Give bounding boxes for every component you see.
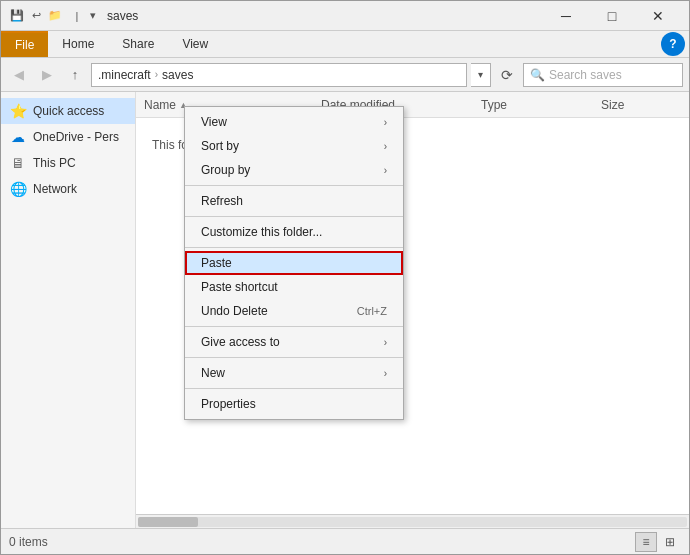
quick-access-toolbar-undo[interactable]: ↩ <box>28 8 44 24</box>
view-list-button[interactable]: ≡ <box>635 532 657 552</box>
menu-item-customize[interactable]: Customize this folder... <box>185 220 403 244</box>
title-bar-separator: | <box>69 8 85 24</box>
context-menu: View › Sort by › Group by › Refresh <box>184 106 404 420</box>
help-button[interactable]: ? <box>661 32 685 56</box>
arrow-icon-group: › <box>384 165 387 176</box>
tab-home[interactable]: Home <box>48 31 108 57</box>
menu-item-refresh[interactable]: Refresh <box>185 189 403 213</box>
network-icon: 🌐 <box>9 180 27 198</box>
view-detail-button[interactable]: ⊞ <box>659 532 681 552</box>
back-button[interactable]: ◀ <box>7 63 31 87</box>
menu-item-paste[interactable]: Paste <box>185 251 403 275</box>
sidebar: ⭐ Quick access ☁ OneDrive - Pers 🖥 This … <box>1 92 136 528</box>
address-dropdown[interactable]: ▾ <box>471 63 491 87</box>
address-bar: ◀ ▶ ↑ .minecraft › saves ▾ ⟳ 🔍 Search sa… <box>1 58 689 92</box>
maximize-button[interactable]: □ <box>589 1 635 31</box>
tab-view[interactable]: View <box>168 31 222 57</box>
path-chevron: › <box>155 69 158 80</box>
sidebar-label-this-pc: This PC <box>33 156 76 170</box>
file-explorer-window: 💾 ↩ 📁 | ▾ saves ─ □ ✕ File Home Share Vi… <box>0 0 690 555</box>
status-bar: 0 items ≡ ⊞ <box>1 528 689 554</box>
menu-item-undo-delete[interactable]: Undo Delete Ctrl+Z <box>185 299 403 323</box>
search-placeholder: Search saves <box>549 68 622 82</box>
title-bar: 💾 ↩ 📁 | ▾ saves ─ □ ✕ <box>1 1 689 31</box>
main-area: ⭐ Quick access ☁ OneDrive - Pers 🖥 This … <box>1 92 689 528</box>
menu-item-properties[interactable]: Properties <box>185 392 403 416</box>
pc-icon: 🖥 <box>9 154 27 172</box>
menu-item-paste-shortcut[interactable]: Paste shortcut <box>185 275 403 299</box>
quick-access-toolbar-save[interactable]: 💾 <box>9 8 25 24</box>
search-box[interactable]: 🔍 Search saves <box>523 63 683 87</box>
arrow-icon-view: › <box>384 117 387 128</box>
tab-file[interactable]: File <box>1 31 48 57</box>
context-menu-overlay[interactable]: View › Sort by › Group by › Refresh <box>136 92 689 528</box>
minimize-button[interactable]: ─ <box>543 1 589 31</box>
path-part-saves: saves <box>162 68 193 82</box>
up-button[interactable]: ↑ <box>63 63 87 87</box>
arrow-icon-access: › <box>384 337 387 348</box>
menu-item-view[interactable]: View › <box>185 110 403 134</box>
search-icon: 🔍 <box>530 68 545 82</box>
arrow-icon-sort: › <box>384 141 387 152</box>
address-path[interactable]: .minecraft › saves <box>91 63 467 87</box>
sidebar-label-quick-access: Quick access <box>33 104 104 118</box>
quick-access-dropdown[interactable]: ▾ <box>85 8 101 24</box>
sidebar-item-this-pc[interactable]: 🖥 This PC <box>1 150 135 176</box>
status-item-count: 0 items <box>9 535 627 549</box>
menu-item-new[interactable]: New › <box>185 361 403 385</box>
separator-3 <box>185 247 403 248</box>
close-button[interactable]: ✕ <box>635 1 681 31</box>
tab-share[interactable]: Share <box>108 31 168 57</box>
separator-6 <box>185 388 403 389</box>
menu-item-group-by[interactable]: Group by › <box>185 158 403 182</box>
separator-1 <box>185 185 403 186</box>
arrow-icon-new: › <box>384 368 387 379</box>
ribbon-tabs: File Home Share View ? <box>1 31 689 57</box>
content-area: Name ▲ Date modified Type Size This fold… <box>136 92 689 528</box>
path-part-minecraft: .minecraft <box>98 68 151 82</box>
sidebar-item-onedrive[interactable]: ☁ OneDrive - Pers <box>1 124 135 150</box>
separator-2 <box>185 216 403 217</box>
sidebar-label-onedrive: OneDrive - Pers <box>33 130 119 144</box>
title-bar-icons: 💾 ↩ 📁 <box>9 8 63 24</box>
forward-button[interactable]: ▶ <box>35 63 59 87</box>
separator-5 <box>185 357 403 358</box>
cloud-icon: ☁ <box>9 128 27 146</box>
separator-4 <box>185 326 403 327</box>
sidebar-label-network: Network <box>33 182 77 196</box>
menu-item-give-access[interactable]: Give access to › <box>185 330 403 354</box>
star-icon: ⭐ <box>9 102 27 120</box>
menu-item-sort-by[interactable]: Sort by › <box>185 134 403 158</box>
quick-access-toolbar-folder[interactable]: 📁 <box>47 8 63 24</box>
sidebar-item-quick-access[interactable]: ⭐ Quick access <box>1 98 135 124</box>
ribbon: File Home Share View ? <box>1 31 689 58</box>
window-controls: ─ □ ✕ <box>543 1 681 31</box>
refresh-button[interactable]: ⟳ <box>495 63 519 87</box>
window-title: saves <box>107 9 138 23</box>
sidebar-item-network[interactable]: 🌐 Network <box>1 176 135 202</box>
view-buttons: ≡ ⊞ <box>635 532 681 552</box>
